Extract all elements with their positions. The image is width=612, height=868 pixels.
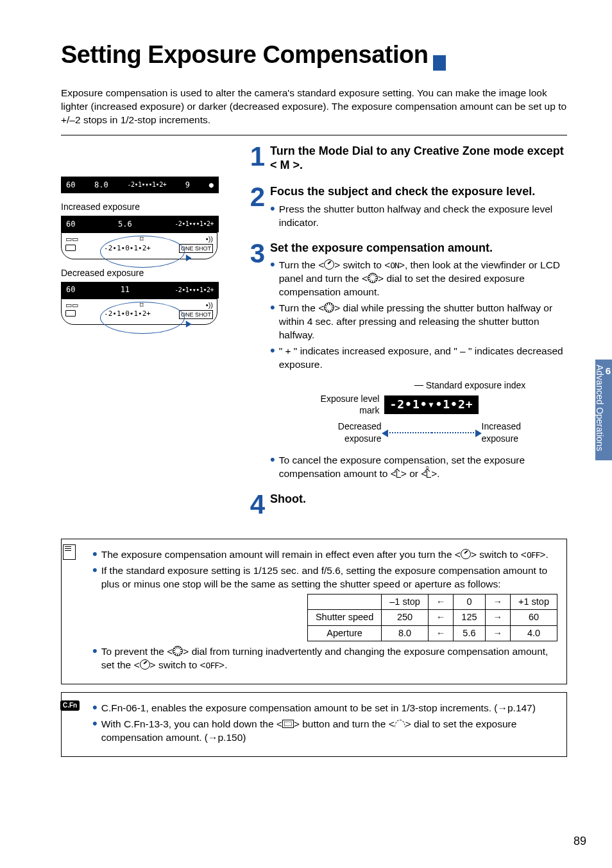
af-point-button-icon — [282, 720, 294, 728]
callout-line-icon — [414, 385, 423, 386]
left-arrow-icon — [387, 432, 432, 433]
exposure-scale-diagram: Standard exposure index Exposure level m… — [296, 379, 567, 445]
zero-index-mark-icon — [427, 471, 431, 478]
step-4: 4 Shoot. — [241, 492, 567, 517]
step-number: 4 — [241, 492, 265, 517]
step-3-bullet-2: Turn the <> dial while pressing the shut… — [279, 302, 567, 342]
decreased-label: Decreased exposure — [311, 421, 382, 445]
cfn-1: C.Fn-06-1, enables the exposure compensa… — [101, 702, 557, 715]
steps-column: 1 Turn the Mode Dial to any Creative Zon… — [241, 144, 567, 526]
vf-aperture: 8.0 — [94, 180, 108, 190]
quick-dial-switch-icon — [324, 259, 334, 270]
bullet-icon: • — [92, 645, 98, 672]
quick-dial-switch-icon — [140, 659, 150, 670]
vf-scale: -2•1•▾•1•2+ — [127, 180, 166, 189]
bullet-icon: • — [92, 702, 98, 715]
step-4-heading: Shoot. — [270, 492, 306, 507]
quick-control-dial-icon — [368, 273, 378, 283]
caption-decreased: Decreased exposure — [61, 267, 241, 279]
divider — [61, 135, 567, 135]
table-row: Shutter speed 250 ← 125 → 60 — [307, 610, 557, 626]
step-1-heading: Turn the Mode Dial to any Creative Zone … — [270, 144, 567, 172]
index-mark-icon — [396, 471, 401, 478]
note-1: The exposure compensation amount will re… — [101, 548, 557, 562]
chapter-number: 6 — [606, 365, 611, 378]
step-2: 2 Focus the subject and check the exposu… — [241, 185, 567, 232]
bullet-icon: • — [270, 345, 275, 372]
battery-icon — [65, 309, 76, 319]
bullet-icon: • — [92, 564, 98, 591]
title-accent-bar — [433, 55, 446, 71]
drive-icon: ▭▭ — [65, 234, 78, 244]
power-switch-icon — [461, 549, 471, 559]
chapter-label: Advanced Operations — [595, 365, 605, 451]
off-label: OFF — [527, 550, 540, 560]
note-3: To prevent the <> dial from turning inad… — [101, 645, 557, 672]
step-3-bullet-1: Turn the <> switch to <ON>, then look at… — [279, 259, 567, 299]
step-2-bullet-1: Press the shutter button halfway and che… — [279, 203, 567, 230]
vf-shots: 9 — [185, 180, 190, 190]
focus-dot-icon: ● — [209, 180, 214, 190]
quick-control-dial-icon — [173, 646, 183, 656]
page-title-row: Setting Exposure Compensation — [61, 39, 567, 87]
step-number: 1 — [241, 144, 265, 176]
step-2-heading: Focus the subject and check the exposure… — [270, 185, 567, 199]
step-number: 2 — [241, 185, 265, 232]
table-row: Aperture 8.0 ← 5.6 → 4.0 — [307, 625, 557, 641]
battery-icon — [65, 244, 76, 254]
step-3-bullet-3: " + " indicates increased exposure, and … — [279, 345, 567, 372]
notes-box: • The exposure compensation amount will … — [61, 539, 567, 684]
caption-increased: Increased exposure — [61, 201, 241, 213]
viewfinder-decreased: 60 11 -2•1•▾•1•2+ — [61, 282, 219, 299]
step-number: 3 — [241, 241, 265, 483]
viewfinder-increased: 60 5.6 -2•1•▾•1•2+ — [61, 216, 219, 232]
off-label: OFF — [206, 661, 219, 670]
callout-ring-icon — [100, 236, 185, 268]
scale-box: -2•1•▾•1•2+ — [384, 395, 478, 413]
drive-icon: ▭▭ — [65, 300, 78, 310]
cfn-2: With C.Fn-13-3, you can hold down the <>… — [101, 718, 557, 745]
increased-label: Increased exposure — [482, 421, 552, 445]
page-number: 89 — [574, 833, 586, 849]
table-header-row: –1 stop ← 0 → +1 stop — [307, 594, 557, 610]
sound-icon: •)) — [206, 300, 213, 310]
bullet-icon: • — [92, 548, 98, 562]
bullet-icon: • — [92, 718, 98, 745]
viewfinder-main: 60 8.0 -2•1•▾•1•2+ 9 ● — [61, 177, 219, 193]
step-1: 1 Turn the Mode Dial to any Creative Zon… — [241, 144, 567, 176]
bullet-icon: • — [270, 259, 275, 299]
callout-ring-icon — [100, 302, 185, 334]
std-index-label: Standard exposure index — [426, 379, 526, 392]
illustration-column: 60 8.0 -2•1•▾•1•2+ 9 ● Increased exposur… — [61, 144, 241, 526]
exp-level-mark-label: Exposure level mark — [309, 393, 379, 417]
cfn-badge: C.Fn — [60, 698, 78, 711]
page-title: Setting Exposure Compensation — [61, 39, 428, 71]
bullet-icon: • — [270, 203, 275, 230]
lcd-panel-increased: ▭▭ ⌑ •)) -2•1•0•1•2+ ONE SHOT — [61, 232, 217, 259]
bullet-icon: • — [270, 302, 275, 342]
on-label: ON — [390, 261, 399, 270]
note-icon — [60, 544, 78, 560]
step-3-heading: Set the exposure compensation amount. — [270, 241, 567, 256]
exposure-table: –1 stop ← 0 → +1 stop Shutter speed 250 … — [307, 594, 557, 642]
sound-icon: •)) — [206, 234, 213, 244]
main-dial-icon — [395, 720, 405, 727]
bullet-icon: • — [270, 454, 275, 481]
quick-control-dial-icon — [324, 302, 334, 313]
lcd-panel-decreased: ▭▭ ⌑ •)) -2•1•0•1•2+ ONE SHOT — [61, 299, 217, 326]
step-3-cancel: To cancel the exposure compensation, set… — [279, 454, 567, 481]
note-2: If the standard exposure setting is 1/12… — [101, 564, 557, 591]
cfn-box: C.Fn • C.Fn-06-1, enables the exposure c… — [61, 692, 567, 757]
intro-text: Exposure compensation is used to alter t… — [61, 87, 567, 127]
step-3: 3 Set the exposure compensation amount. … — [241, 241, 567, 483]
vf-shutter: 60 — [66, 180, 75, 190]
right-arrow-icon — [432, 432, 477, 433]
side-tab: 6 Advanced Operations — [595, 360, 612, 460]
